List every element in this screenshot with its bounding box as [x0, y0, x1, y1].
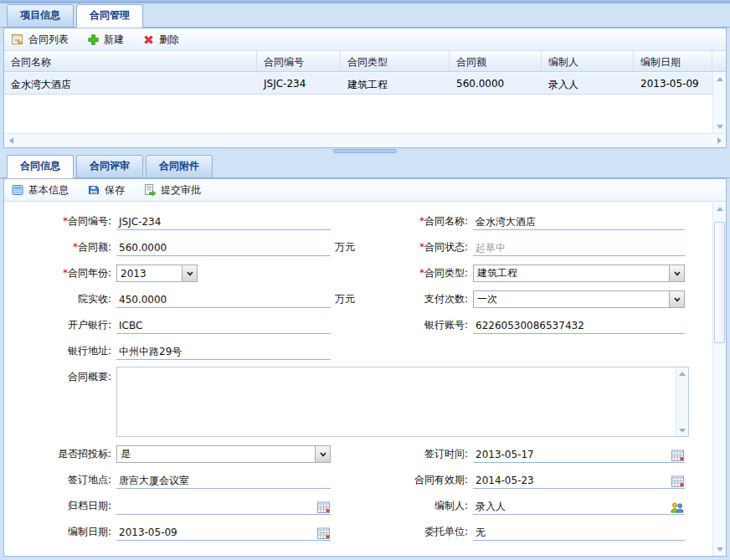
table-row[interactable]: 金水湾大酒店 JSJC-234 建筑工程 560.0000 录入人 2013-0…: [4, 72, 726, 95]
status-label: *合同状态:: [369, 240, 468, 254]
calendar-icon[interactable]: [317, 527, 330, 539]
contract-list-label: 合同列表: [28, 33, 69, 47]
basic-info-icon: [11, 183, 24, 197]
contract-no-field[interactable]: JSJC-234: [116, 213, 331, 230]
cell-amount: 560.0000: [450, 73, 542, 94]
scroll-right-icon[interactable]: [712, 134, 726, 147]
is-bid-select[interactable]: 是: [116, 445, 331, 463]
calendar-icon[interactable]: [671, 450, 684, 461]
column-header-create-date[interactable]: 编制日期: [634, 51, 712, 71]
chevron-down-icon[interactable]: [315, 446, 330, 462]
chevron-down-icon[interactable]: [669, 291, 684, 307]
amount-label: *合同额:: [11, 240, 111, 254]
column-header-contract-name[interactable]: 合同名称: [4, 51, 257, 71]
delete-button[interactable]: 删除: [142, 33, 179, 47]
received-field[interactable]: 450.0000: [116, 291, 331, 308]
save-label: 保存: [105, 183, 125, 198]
sign-place-field[interactable]: 唐宫大厦会议室: [116, 472, 331, 489]
summary-scrollbar[interactable]: [676, 367, 688, 436]
cell-creator: 录入人: [542, 73, 634, 94]
scroll-up-icon[interactable]: [676, 367, 688, 379]
detail-tabstrip: 合同信息 合同评审 合同附件: [0, 155, 730, 178]
form-row: *合同额: 560.0000 万元 *合同状态: 起草中: [11, 234, 726, 260]
bank-addr-field[interactable]: 中州中路29号: [116, 343, 331, 360]
summary-textarea[interactable]: [116, 367, 689, 437]
chevron-down-icon[interactable]: [182, 265, 197, 281]
scroll-down-icon[interactable]: [676, 424, 688, 436]
basic-info-label: 基本信息: [28, 183, 69, 198]
column-header-creator[interactable]: 编制人: [542, 51, 634, 71]
scroll-up-icon[interactable]: [713, 72, 727, 85]
tab-contract-info[interactable]: 合同信息: [7, 155, 74, 178]
creator-field[interactable]: 录入人: [473, 498, 685, 515]
form-row: 编制日期: 2013-05-09 委托单位: 无: [11, 519, 726, 545]
type-select[interactable]: 建筑工程: [473, 265, 685, 282]
bank-addr-label: 银行地址:: [11, 344, 111, 358]
year-select[interactable]: 2013: [116, 265, 198, 282]
pay-times-label: 支付次数:: [369, 292, 468, 306]
form-vertical-scrollbar[interactable]: [712, 202, 726, 556]
column-header-contract-type[interactable]: 合同类型: [341, 51, 450, 71]
scroll-down-icon[interactable]: [713, 542, 727, 556]
tab-contract-management[interactable]: 合同管理: [76, 4, 143, 28]
creator-label: 编制人:: [369, 499, 468, 513]
create-date-field[interactable]: 2013-05-09: [116, 524, 331, 541]
form-row: 开户银行: ICBC 银行账号: 62260530086537432: [11, 312, 726, 338]
grid-horizontal-scrollbar[interactable]: [4, 133, 726, 147]
pay-times-select[interactable]: 一次: [473, 290, 685, 308]
splitter-grip-icon[interactable]: [333, 149, 397, 153]
new-button[interactable]: 新建: [87, 33, 124, 47]
form-row-summary: 合同概要:: [11, 364, 726, 441]
basic-info-button[interactable]: 基本信息: [11, 183, 69, 198]
chevron-down-icon[interactable]: [669, 265, 684, 281]
contract-list-button[interactable]: 合同列表: [11, 33, 69, 47]
calendar-icon[interactable]: [671, 475, 684, 487]
cell-contract-type: 建筑工程: [341, 73, 450, 94]
tab-project-info[interactable]: 项目信息: [7, 4, 74, 28]
form-row: *合同编号: JSJC-234 *合同名称: 金水湾大酒店: [11, 208, 726, 234]
grid-vertical-scrollbar[interactable]: [712, 72, 726, 133]
amount-field[interactable]: 560.0000: [116, 239, 331, 256]
form-row: *合同年份: 2013 *合同类型: 建筑工程: [11, 260, 726, 286]
account-field[interactable]: 62260530086537432: [473, 317, 685, 334]
contract-name-field[interactable]: 金水湾大酒店: [473, 213, 685, 230]
cell-contract-name: 金水湾大酒店: [4, 73, 257, 94]
bank-field[interactable]: ICBC: [116, 317, 331, 334]
submit-approval-button[interactable]: 提交审批: [143, 183, 201, 198]
form-row: 归档日期: 编制人: 录入人: [11, 493, 726, 519]
main-tabstrip: 项目信息 合同管理: [0, 3, 730, 28]
scroll-up-icon[interactable]: [713, 202, 727, 215]
contract-grid-panel: 合同列表 新建 删除 合同名称 合同编号 合同类型 合同额 编制人 编制日期 金…: [3, 28, 727, 148]
scroll-down-icon[interactable]: [713, 120, 727, 133]
new-label: 新建: [104, 33, 124, 47]
tab-contract-review[interactable]: 合同评审: [76, 155, 143, 178]
grid-toolbar: 合同列表 新建 删除: [4, 28, 726, 51]
people-picker-icon[interactable]: [670, 501, 684, 513]
form-toolbar: 基本信息 保存 提交审批: [4, 179, 726, 202]
valid-until-field[interactable]: 2014-05-23: [473, 472, 685, 489]
account-label: 银行账号:: [369, 318, 468, 332]
column-header-contract-no[interactable]: 合同编号: [257, 51, 341, 71]
year-label: *合同年份:: [11, 266, 111, 280]
type-label: *合同类型:: [369, 266, 468, 280]
grid-header: 合同名称 合同编号 合同类型 合同额 编制人 编制日期: [4, 51, 726, 72]
client-unit-field[interactable]: 无: [473, 524, 685, 541]
tab-contract-attachments[interactable]: 合同附件: [146, 155, 213, 178]
contract-name-label: *合同名称:: [369, 214, 468, 229]
form-row: 是否招投标: 是 签订时间: 2013-05-17: [11, 441, 726, 467]
contract-form: *合同编号: JSJC-234 *合同名称: 金水湾大酒店 *合同额: 560.…: [4, 202, 726, 556]
form-row: 签订地点: 唐宫大厦会议室 合同有效期: 2014-05-23: [11, 467, 726, 493]
archive-date-field[interactable]: [116, 498, 331, 515]
received-label: 院实收:: [11, 292, 111, 306]
summary-label: 合同概要:: [11, 367, 111, 384]
calendar-icon[interactable]: [317, 501, 330, 513]
sign-time-field[interactable]: 2013-05-17: [473, 446, 685, 463]
column-header-amount[interactable]: 合同额: [450, 51, 542, 71]
panel-splitter[interactable]: [0, 148, 730, 155]
form-row: 院实收: 450.0000 万元 支付次数: 一次: [11, 286, 726, 312]
scrollbar-thumb[interactable]: [714, 222, 725, 343]
archive-date-label: 归档日期:: [11, 499, 111, 513]
scroll-left-icon[interactable]: [4, 134, 18, 147]
save-button[interactable]: 保存: [87, 183, 125, 198]
grid-body: 金水湾大酒店 JSJC-234 建筑工程 560.0000 录入人 2013-0…: [4, 72, 726, 133]
